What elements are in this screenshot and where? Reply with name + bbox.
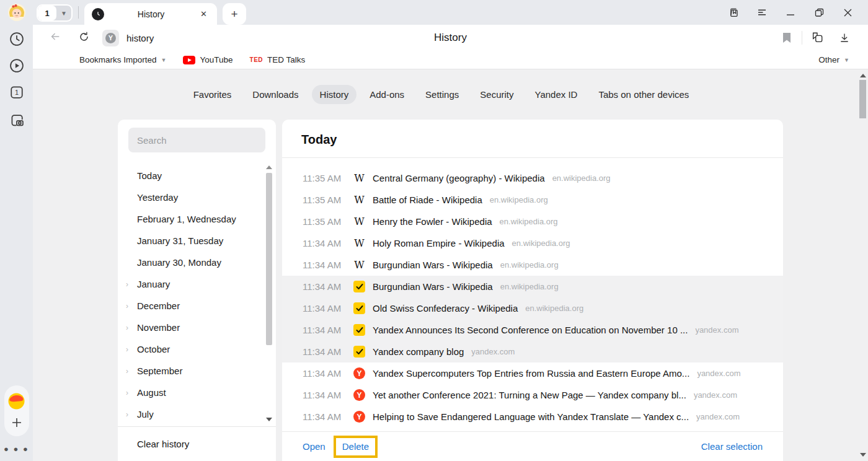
scrollbar-thumb[interactable] (266, 173, 272, 345)
downloads-icon[interactable] (831, 32, 858, 43)
clear-selection-button[interactable]: Clear selection (701, 441, 763, 452)
chevron-right-icon[interactable]: › (126, 410, 128, 419)
page-link-title[interactable]: Henry the Fowler - Wikipedia (373, 216, 492, 227)
screenshot-rail-button[interactable] (7, 110, 26, 129)
collections-icon[interactable] (804, 32, 831, 44)
tab-close-icon[interactable]: ✕ (198, 8, 210, 20)
page-link-title[interactable]: Battle of Riade - Wikipedia (373, 195, 482, 205)
page-link-title[interactable]: Central Germany (geography) - Wikipedia (373, 173, 545, 183)
page-link-title[interactable]: Holy Roman Empire - Wikipedia (373, 238, 505, 248)
chevron-right-icon[interactable]: › (126, 367, 128, 375)
page-link-title[interactable]: Burgundian Wars - Wikipedia (373, 281, 493, 292)
page-link-title[interactable]: Old Swiss Confederacy - Wikipedia (373, 303, 518, 314)
scrollbar-thumb[interactable] (859, 80, 866, 118)
yandex-browser-logo[interactable] (8, 393, 25, 410)
chevron-right-icon[interactable]: › (126, 302, 128, 310)
page-link-title[interactable]: Yandex Announces Its Second Conference o… (373, 325, 688, 335)
selected-checkbox[interactable] (353, 302, 365, 314)
sidebar-date-september[interactable]: ›September (118, 360, 276, 382)
sidebar-date-january[interactable]: ›January (118, 273, 276, 295)
nav-tab-add-ons[interactable]: Add-ons (361, 85, 412, 104)
new-tab-button[interactable]: + (223, 3, 246, 25)
chevron-right-icon[interactable]: › (126, 389, 128, 397)
rail-bottom-pill (4, 385, 29, 436)
history-row[interactable]: 11:34 AMWHoly Roman Empire - Wikipediaen… (282, 232, 783, 254)
history-row[interactable]: 11:34 AMBurgundian Wars - Wikipediaen.wi… (282, 276, 783, 297)
add-button[interactable] (11, 416, 23, 429)
chevron-right-icon[interactable]: › (126, 345, 128, 354)
page-link-title[interactable]: Yandex company blog (373, 346, 464, 357)
sidebar-date-yesterday[interactable]: Yesterday (118, 187, 276, 208)
history-row[interactable]: 11:34 AMYYandex Supercomputers Top Entri… (282, 362, 783, 384)
minimize-button[interactable] (776, 3, 805, 22)
sidebar-scrollbar[interactable] (265, 165, 273, 424)
selected-checkbox[interactable] (353, 346, 365, 358)
video-rail-button[interactable] (7, 56, 26, 75)
clear-history-button[interactable]: Clear history (118, 426, 276, 461)
visit-time: 11:34 AM (303, 260, 346, 270)
nav-tab-downloads[interactable]: Downloads (244, 85, 306, 104)
bookmark-page-icon[interactable] (773, 32, 800, 43)
chevron-down-icon[interactable]: ▼ (56, 10, 71, 17)
scroll-down-arrow[interactable] (266, 418, 272, 421)
nav-tab-favorites[interactable]: Favorites (185, 85, 240, 104)
nav-tab-security[interactable]: Security (472, 85, 521, 104)
sidebar-date-january-31-tuesday[interactable]: January 31, Tuesday (118, 230, 276, 252)
chevron-right-icon[interactable]: › (126, 323, 128, 332)
sidebar-date-august[interactable]: ›August (118, 382, 276, 403)
sidebar-date-october[interactable]: ›October (118, 338, 276, 360)
tab-counter-button[interactable]: 1 ▼ (37, 4, 73, 22)
sidebar-date-july[interactable]: ›July (118, 403, 276, 425)
history-row[interactable]: 11:35 AMWBattle of Riade - Wikipediaen.w… (282, 189, 783, 211)
settings-nav-tabs: FavoritesDownloadsHistoryAdd-onsSettings… (33, 85, 849, 104)
search-input[interactable] (128, 128, 265, 152)
bookmark-ted-talks[interactable]: TED TED Talks (250, 55, 306, 64)
sidebar-date-november[interactable]: ›November (118, 317, 276, 338)
sidebar-date-december[interactable]: ›December (118, 295, 276, 317)
nav-tab-settings[interactable]: Settings (417, 85, 467, 104)
history-row[interactable]: 11:34 AMYYet another Conference 2021: Tu… (282, 384, 783, 406)
profile-avatar[interactable] (7, 3, 26, 22)
scroll-up-arrow[interactable] (860, 74, 866, 77)
selected-checkbox[interactable] (353, 324, 365, 336)
history-row[interactable]: 11:34 AMOld Swiss Confederacy - Wikipedi… (282, 297, 783, 319)
history-row[interactable]: 11:34 AMYandex company blogyandex.com (282, 341, 783, 362)
selected-checkbox[interactable] (353, 281, 365, 292)
history-row[interactable]: 11:35 AMWHenry the Fowler - Wikipediaen.… (282, 211, 783, 232)
history-rail-button[interactable] (7, 30, 26, 48)
page-scrollbar[interactable] (857, 69, 868, 461)
sidebar-date-february-1-wednesday[interactable]: February 1, Wednesday (118, 208, 276, 230)
reload-button[interactable] (78, 31, 90, 45)
history-row[interactable]: 11:34 AMWBurgundian Wars - Wikipediaen.w… (282, 254, 783, 276)
browser-menu-button[interactable] (748, 3, 776, 22)
close-window-button[interactable] (833, 3, 862, 22)
rail-more-button[interactable]: ● ● ● (4, 444, 29, 454)
bookmark-youtube[interactable]: YouTube (183, 55, 232, 64)
page-link-title[interactable]: Yandex Supercomputers Top Entries from R… (373, 368, 689, 379)
page-link-title[interactable]: Helping to Save Endangered Language with… (373, 411, 689, 422)
active-tab[interactable]: History ✕ (84, 3, 217, 25)
tabs-rail-button[interactable]: 1 (7, 83, 26, 102)
nav-tab-yandex-id[interactable]: Yandex ID (526, 85, 585, 104)
restore-window-button[interactable] (805, 3, 833, 22)
page-link-title[interactable]: Burgundian Wars - Wikipedia (373, 260, 493, 270)
history-row[interactable]: 11:34 AMYandex Announces Its Second Conf… (282, 319, 783, 341)
other-bookmarks-dropdown[interactable]: Other ▼ (818, 55, 868, 64)
scroll-up-arrow[interactable] (266, 165, 272, 169)
history-row[interactable]: 11:34 AMYHelping to Save Endangered Lang… (282, 406, 783, 428)
bookmarks-folder[interactable]: Bookmarks Imported ▼ (79, 55, 166, 64)
side-panel-toggle-button[interactable] (719, 3, 748, 22)
chevron-right-icon[interactable]: › (126, 280, 128, 289)
nav-tab-history[interactable]: History (312, 85, 357, 104)
page-link-title[interactable]: Yet another Conference 2021: Turning a N… (373, 390, 686, 400)
open-button[interactable]: Open (303, 441, 326, 452)
address-text[interactable]: history (126, 33, 154, 43)
history-row[interactable]: 11:35 AMWCentral Germany (geography) - W… (282, 167, 783, 189)
nav-tab-tabs-on-other-devices[interactable]: Tabs on other devices (590, 85, 697, 104)
sidebar-date-today[interactable]: Today (118, 165, 276, 187)
delete-button[interactable]: Delete (342, 441, 369, 452)
site-badge-icon[interactable]: Y (102, 30, 119, 46)
back-button[interactable] (49, 30, 61, 45)
sidebar-date-january-30-monday[interactable]: January 30, Monday (118, 252, 276, 273)
scroll-down-arrow[interactable] (860, 453, 866, 457)
